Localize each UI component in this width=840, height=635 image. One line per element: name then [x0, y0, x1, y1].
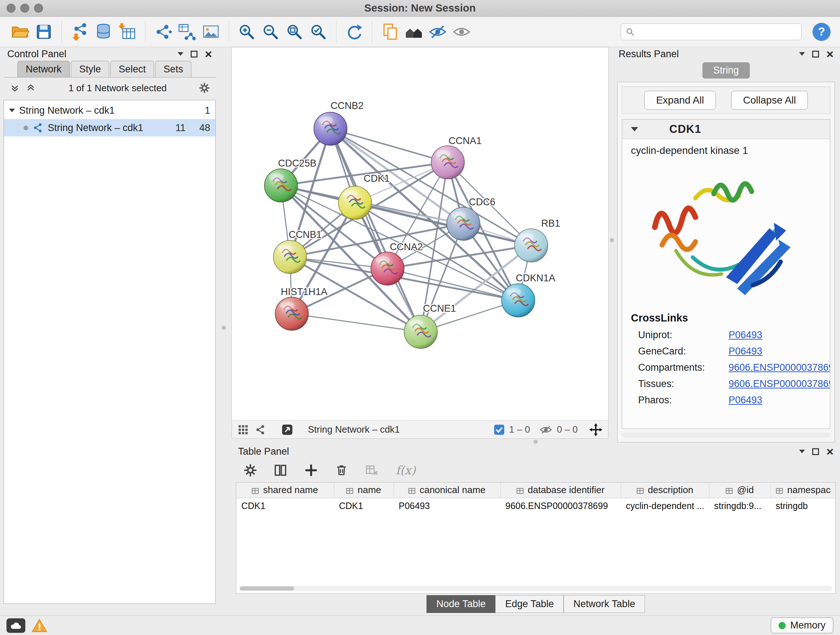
scrollbar-thumb[interactable] [240, 586, 294, 591]
float-panel-icon[interactable] [799, 450, 805, 453]
maximize-panel-icon[interactable] [812, 51, 819, 57]
table-cell[interactable]: 9606.ENSP00000378699 [500, 498, 621, 514]
table-cell[interactable]: CDK1 [236, 498, 334, 514]
network-row[interactable]: String Network – cdk1 11 48 [4, 119, 215, 136]
maximize-panel-icon[interactable] [812, 448, 819, 455]
table-row[interactable]: CDK1CDK1P064939606.ENSP00000378699cyclin… [236, 498, 836, 514]
column-type-icon [252, 488, 259, 494]
network-node-label: CDC6 [469, 196, 495, 207]
save-session-icon[interactable] [33, 21, 54, 43]
node-result-header[interactable]: CDK1 [622, 119, 830, 139]
hide-selected-icon[interactable] [427, 21, 448, 43]
vertical-splitter-handle[interactable] [610, 238, 614, 242]
tab-edge-table[interactable]: Edge Table [495, 595, 564, 613]
table-cell[interactable]: cyclin-dependent ... [621, 498, 709, 514]
tab-node-table[interactable]: Node Table [426, 595, 495, 613]
show-columns-icon[interactable] [274, 464, 287, 477]
expand-all-button[interactable]: Expand All [644, 91, 716, 110]
table-cell[interactable]: CDK1 [334, 498, 393, 514]
column-header[interactable]: description [621, 483, 709, 498]
delete-column-icon[interactable] [335, 464, 348, 477]
tab-sets[interactable]: Sets [155, 61, 191, 77]
tab-string[interactable]: String [703, 62, 750, 79]
table-horizontal-scrollbar[interactable] [239, 586, 832, 591]
search-input[interactable] [638, 26, 797, 37]
apply-layout-icon[interactable] [344, 21, 365, 43]
minimize-window-button[interactable] [20, 4, 29, 13]
zoom-fit-icon[interactable] [284, 21, 305, 43]
show-all-icon[interactable] [451, 21, 472, 43]
vertical-splitter-handle[interactable] [222, 326, 226, 330]
close-panel-icon[interactable]: × [826, 445, 834, 458]
memory-button[interactable]: Memory [771, 617, 834, 633]
delete-table-icon[interactable] [365, 464, 378, 477]
hidden-eye-icon[interactable] [539, 424, 553, 435]
network-edge[interactable] [292, 314, 421, 332]
horizontal-splitter-handle[interactable] [534, 440, 538, 444]
add-column-icon[interactable] [305, 464, 317, 477]
collapse-entry-icon[interactable] [631, 127, 638, 131]
column-header[interactable]: canonical name [393, 483, 500, 498]
column-header[interactable]: database identifier [500, 483, 621, 498]
pharos-link[interactable]: P06493 [729, 394, 762, 406]
grid-view-icon[interactable] [238, 424, 248, 435]
gear-icon[interactable] [199, 82, 210, 93]
maximize-panel-icon[interactable] [191, 51, 197, 57]
tab-style[interactable]: Style [71, 61, 109, 77]
zoom-in-icon[interactable] [236, 21, 257, 43]
selected-checkbox-icon[interactable] [494, 424, 505, 435]
warning-icon[interactable] [32, 619, 47, 632]
close-panel-icon[interactable]: × [826, 48, 834, 60]
zoom-out-icon[interactable] [260, 21, 281, 43]
window-controls[interactable] [6, 4, 43, 13]
uniprot-link[interactable]: P06493 [729, 329, 762, 340]
close-panel-icon[interactable]: × [205, 48, 212, 60]
expand-all-icon[interactable] [25, 82, 36, 93]
search-icon [625, 27, 635, 36]
fit-selected-crosshair-icon[interactable] [589, 423, 602, 436]
close-window-button[interactable] [6, 4, 16, 13]
column-header[interactable]: @id [709, 483, 771, 498]
network-collection-row[interactable]: String Network – cdk1 1 [4, 102, 215, 119]
birdseye-view-icon[interactable] [403, 21, 424, 43]
import-table-icon[interactable] [117, 21, 138, 43]
help-icon[interactable]: ? [813, 23, 831, 41]
tab-network[interactable]: Network [17, 61, 70, 77]
new-network-icon[interactable] [153, 21, 174, 43]
function-builder-icon[interactable]: f(x) [396, 463, 416, 477]
open-session-icon[interactable] [9, 21, 30, 43]
collapse-all-icon[interactable] [9, 82, 20, 93]
cloud-icon[interactable] [6, 618, 25, 633]
network-edge[interactable] [330, 129, 421, 332]
float-panel-icon[interactable] [799, 52, 805, 56]
maximize-window-button[interactable] [34, 4, 43, 13]
tissues-link[interactable]: 9606.ENSP00000378699 [729, 378, 830, 390]
column-header[interactable]: name [334, 483, 393, 498]
zoom-selected-icon[interactable] [308, 21, 329, 43]
network-graph[interactable]: CCNB2CCNA1CDC25BCDK1CDC6RB1CCNB1CCNA2CDK… [232, 48, 608, 420]
export-network-icon[interactable] [281, 424, 294, 436]
tab-network-table[interactable]: Network Table [564, 595, 645, 613]
import-network-file-icon[interactable] [69, 21, 90, 43]
table-cell[interactable]: stringdb:9... [709, 498, 771, 514]
import-network-database-icon[interactable] [93, 21, 114, 43]
compartments-link[interactable]: 9606.ENSP00000378699 [729, 362, 830, 373]
tree-expand-icon[interactable] [9, 109, 15, 112]
network-from-table-icon[interactable] [177, 21, 197, 43]
float-panel-icon[interactable] [178, 52, 183, 56]
genecard-link[interactable]: P06493 [729, 346, 762, 357]
column-header[interactable]: namespac [771, 483, 836, 498]
results-horizontal-scrollbar[interactable] [622, 432, 830, 438]
open-panel-icon[interactable] [379, 21, 401, 43]
table-cell[interactable]: stringdb [771, 498, 836, 514]
tab-select[interactable]: Select [111, 61, 154, 77]
table-cell[interactable]: P06493 [393, 498, 500, 514]
table-settings-gear-icon[interactable] [244, 464, 257, 477]
search-box[interactable] [621, 24, 802, 40]
column-header[interactable]: shared name [236, 483, 334, 498]
collapse-all-button[interactable]: Collapse All [731, 91, 808, 110]
crosslink-row: Tissues: 9606.ENSP00000378699 [622, 376, 830, 392]
crosslink-label: Pharos: [638, 394, 729, 406]
export-image-icon[interactable] [201, 21, 221, 43]
network-overview-icon[interactable] [255, 424, 266, 435]
